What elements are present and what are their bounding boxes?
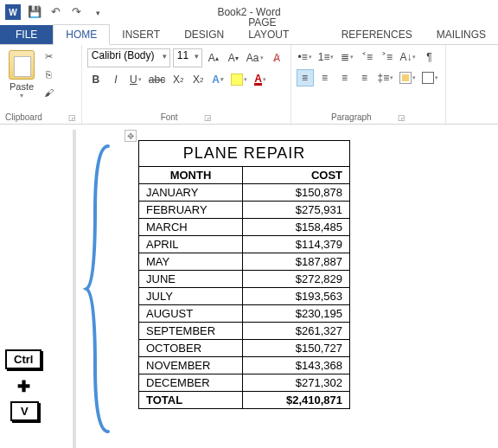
ribbon: Paste ▾ ✂ ⎘ 🖌 Clipboard◲ Calibri (Body) … [0,45,498,125]
borders-icon[interactable] [420,69,440,86]
plane-repair-table[interactable]: PLANE REPAIR MONTH COST JANUARY$150,878F… [138,140,350,409]
table-row[interactable]: DECEMBER$271,302 [139,374,350,392]
save-icon[interactable]: 💾 [26,3,43,20]
table-row[interactable]: JUNE$272,829 [139,271,350,288]
cell-month[interactable]: NOVEMBER [139,357,243,374]
document-area[interactable]: ✥ Ctrl ✚ V PLANE REPAIR MONTH COST JANUA… [0,125,498,448]
cell-month[interactable]: JULY [139,288,243,305]
qat-customize-icon[interactable]: ▾ [89,4,106,22]
cell-cost[interactable]: $272,829 [243,271,350,288]
page-edge [73,130,76,448]
tab-design[interactable]: DESIGN [172,25,236,44]
clipboard-launcher-icon[interactable]: ◲ [68,113,76,122]
numbering-icon[interactable]: 1≡ [316,48,336,66]
show-hide-icon[interactable]: ¶ [420,48,437,66]
total-label[interactable]: TOTAL [139,392,243,409]
align-center-icon[interactable]: ≡ [316,69,334,86]
cell-cost[interactable]: $150,727 [243,340,350,357]
cell-month[interactable]: MAY [139,253,243,271]
cell-cost[interactable]: $114,379 [243,236,350,253]
header-month[interactable]: MONTH [139,167,243,184]
decrease-indent-icon[interactable]: ˂≡ [358,48,375,66]
table-title[interactable]: PLANE REPAIR [139,141,350,167]
font-color-icon[interactable]: A [252,71,269,88]
paste-button[interactable]: Paste ▾ [5,48,38,100]
bullets-icon[interactable]: •≡ [297,48,314,66]
sort-icon[interactable]: A↓ [398,48,418,66]
table-move-handle-icon[interactable]: ✥ [124,130,137,142]
cell-cost[interactable]: $230,195 [243,305,350,323]
copy-icon[interactable]: ⎘ [41,67,56,82]
shading-icon[interactable] [398,69,418,86]
cell-cost[interactable]: $261,327 [243,323,350,340]
total-cost[interactable]: $2,410,871 [243,392,350,409]
underline-button[interactable]: U [127,71,144,88]
tab-references[interactable]: REFERENCES [329,25,425,44]
table-row[interactable]: MARCH$158,485 [139,219,350,236]
change-case-icon[interactable]: Aa [245,49,265,67]
plus-icon: ✚ [17,377,30,396]
v-keycap: V [10,401,39,421]
bold-button[interactable]: B [87,71,105,88]
shrink-font-icon[interactable]: A▾ [225,49,242,67]
group-label-clipboard: Clipboard [5,112,42,122]
increase-indent-icon[interactable]: ˃≡ [378,48,395,66]
group-label-font: Font [161,112,178,122]
tab-mailings[interactable]: MAILINGS [425,25,498,44]
line-spacing-icon[interactable]: ‡≡ [376,69,396,86]
font-size-select[interactable]: 11 [173,48,202,67]
table-row[interactable]: JANUARY$150,878 [139,184,350,202]
strikethrough-button[interactable]: abc [147,71,167,88]
cell-month[interactable]: MARCH [139,219,243,236]
cell-month[interactable]: JUNE [139,271,243,288]
grow-font-icon[interactable]: A▴ [205,49,222,67]
ribbon-tabs: FILE HOME INSERT DESIGN PAGE LAYOUT REFE… [0,24,498,45]
clear-formatting-icon[interactable]: A̷ [268,49,285,67]
table-row[interactable]: SEPTEMBER$261,327 [139,323,350,340]
align-left-icon[interactable]: ≡ [297,69,314,86]
redo-icon[interactable]: ↷ [68,3,86,20]
align-right-icon[interactable]: ≡ [336,69,354,86]
paragraph-launcher-icon[interactable]: ◲ [398,113,405,122]
cell-month[interactable]: AUGUST [139,305,243,323]
table-row[interactable]: AUGUST$230,195 [139,305,350,323]
cut-icon[interactable]: ✂ [41,48,56,64]
header-cost[interactable]: COST [243,167,350,184]
highlight-icon[interactable] [229,71,249,88]
table-row[interactable]: FEBRUARY$275,931 [139,202,350,219]
cell-cost[interactable]: $271,302 [243,374,350,392]
table-row[interactable]: OCTOBER$150,727 [139,340,350,357]
undo-icon[interactable]: ↶ [47,3,64,20]
cell-month[interactable]: SEPTEMBER [139,323,243,340]
table-row[interactable]: APRIL$114,379 [139,236,350,253]
cell-month[interactable]: FEBRUARY [139,202,243,219]
cell-cost[interactable]: $193,563 [243,288,350,305]
cell-month[interactable]: DECEMBER [139,374,243,392]
superscript-button[interactable]: X2 [189,71,207,88]
cell-cost[interactable]: $143,368 [243,357,350,374]
tab-insert[interactable]: INSERT [110,25,172,44]
cell-month[interactable]: OCTOBER [139,340,243,357]
group-label-paragraph: Paragraph [331,112,372,122]
font-launcher-icon[interactable]: ◲ [204,113,212,122]
italic-button[interactable]: I [107,71,124,88]
text-effects-icon[interactable]: A [209,71,227,88]
multilevel-list-icon[interactable]: ≣ [338,48,355,66]
font-name-value: Calibri (Body) [92,49,155,61]
cell-month[interactable]: JANUARY [139,184,243,202]
tab-file[interactable]: FILE [0,25,53,44]
table-row[interactable]: MAY$187,887 [139,253,350,271]
cell-cost[interactable]: $150,878 [243,184,350,202]
cell-cost[interactable]: $275,931 [243,202,350,219]
cell-month[interactable]: APRIL [139,236,243,253]
cell-cost[interactable]: $187,887 [243,253,350,271]
quick-access-toolbar: 💾 ↶ ↷ ▾ [26,3,106,22]
cell-cost[interactable]: $158,485 [243,219,350,236]
table-row[interactable]: JULY$193,563 [139,288,350,305]
table-row[interactable]: NOVEMBER$143,368 [139,357,350,374]
subscript-button[interactable]: X2 [169,71,187,88]
tab-home[interactable]: HOME [53,24,110,45]
justify-icon[interactable]: ≡ [356,69,374,86]
format-painter-icon[interactable]: 🖌 [41,85,56,100]
font-name-select[interactable]: Calibri (Body) [87,48,170,67]
